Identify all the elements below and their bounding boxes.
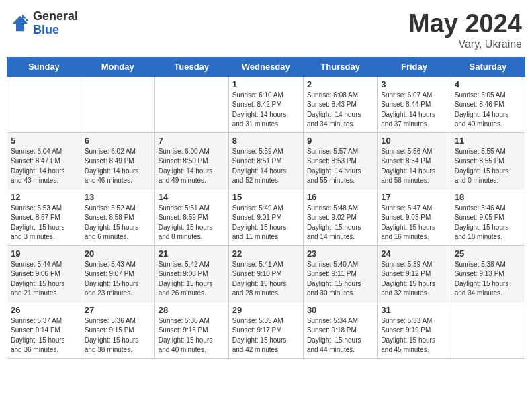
header-sunday: Sunday: [7, 57, 81, 76]
day-number: 1: [232, 79, 300, 89]
week-row-2: 5Sunrise: 6:04 AM Sunset: 8:47 PM Daylig…: [7, 132, 525, 189]
day-number: 28: [159, 305, 225, 315]
day-info: Sunrise: 6:02 AM Sunset: 8:49 PM Dayligh…: [85, 147, 151, 186]
header-wednesday: Wednesday: [228, 57, 303, 76]
day-number: 21: [159, 248, 225, 259]
day-info: Sunrise: 6:05 AM Sunset: 8:46 PM Dayligh…: [455, 91, 521, 130]
day-info: Sunrise: 5:38 AM Sunset: 9:13 PM Dayligh…: [455, 260, 521, 299]
week-row-5: 26Sunrise: 5:37 AM Sunset: 9:14 PM Dayli…: [7, 302, 525, 358]
day-info: Sunrise: 5:56 AM Sunset: 8:54 PM Dayligh…: [381, 147, 447, 186]
calendar-cell: 22Sunrise: 5:41 AM Sunset: 9:10 PM Dayli…: [228, 245, 303, 302]
day-number: 22: [232, 248, 300, 259]
day-number: 4: [455, 79, 521, 89]
day-number: 26: [11, 305, 77, 315]
day-info: Sunrise: 6:07 AM Sunset: 8:44 PM Dayligh…: [381, 91, 447, 130]
calendar-cell: 4Sunrise: 6:05 AM Sunset: 8:46 PM Daylig…: [451, 76, 525, 132]
day-number: 19: [11, 248, 77, 259]
calendar-cell: 2Sunrise: 6:08 AM Sunset: 8:43 PM Daylig…: [303, 76, 377, 132]
month-title: May 2024: [408, 10, 522, 38]
day-number: 18: [455, 192, 521, 202]
day-number: 9: [307, 136, 373, 146]
logo-icon: [10, 13, 30, 34]
header-monday: Monday: [81, 57, 154, 76]
calendar-cell: 12Sunrise: 5:53 AM Sunset: 8:57 PM Dayli…: [7, 189, 81, 245]
calendar-cell: 23Sunrise: 5:40 AM Sunset: 9:11 PM Dayli…: [303, 245, 377, 302]
day-number: 25: [455, 248, 521, 259]
day-number: 10: [381, 136, 447, 146]
day-info: Sunrise: 5:42 AM Sunset: 9:08 PM Dayligh…: [159, 260, 225, 299]
day-info: Sunrise: 5:46 AM Sunset: 9:05 PM Dayligh…: [455, 203, 521, 242]
day-info: Sunrise: 5:40 AM Sunset: 9:11 PM Dayligh…: [307, 260, 373, 299]
calendar-cell: 6Sunrise: 6:02 AM Sunset: 8:49 PM Daylig…: [81, 132, 154, 189]
calendar-cell: 11Sunrise: 5:55 AM Sunset: 8:55 PM Dayli…: [451, 132, 525, 189]
day-info: Sunrise: 5:41 AM Sunset: 9:10 PM Dayligh…: [232, 260, 300, 299]
calendar-cell: [154, 76, 228, 132]
day-number: 29: [232, 305, 300, 315]
calendar-cell: 27Sunrise: 5:36 AM Sunset: 9:15 PM Dayli…: [81, 302, 154, 358]
day-info: Sunrise: 5:34 AM Sunset: 9:18 PM Dayligh…: [307, 316, 373, 355]
day-info: Sunrise: 5:36 AM Sunset: 9:16 PM Dayligh…: [159, 316, 225, 355]
day-number: 14: [159, 192, 225, 202]
calendar-cell: 14Sunrise: 5:51 AM Sunset: 8:59 PM Dayli…: [154, 189, 228, 245]
day-info: Sunrise: 6:00 AM Sunset: 8:50 PM Dayligh…: [159, 147, 225, 186]
calendar-cell: [7, 76, 81, 132]
day-info: Sunrise: 5:57 AM Sunset: 8:53 PM Dayligh…: [307, 147, 373, 186]
day-info: Sunrise: 5:47 AM Sunset: 9:03 PM Dayligh…: [381, 203, 447, 242]
day-info: Sunrise: 5:49 AM Sunset: 9:01 PM Dayligh…: [232, 203, 300, 242]
calendar-cell: 9Sunrise: 5:57 AM Sunset: 8:53 PM Daylig…: [303, 132, 377, 189]
calendar-cell: 3Sunrise: 6:07 AM Sunset: 8:44 PM Daylig…: [378, 76, 451, 132]
week-row-3: 12Sunrise: 5:53 AM Sunset: 8:57 PM Dayli…: [7, 189, 525, 245]
day-number: 5: [11, 136, 77, 146]
calendar-cell: 30Sunrise: 5:34 AM Sunset: 9:18 PM Dayli…: [303, 302, 377, 358]
calendar-cell: 15Sunrise: 5:49 AM Sunset: 9:01 PM Dayli…: [228, 189, 303, 245]
day-number: 24: [381, 248, 447, 259]
calendar-cell: 13Sunrise: 5:52 AM Sunset: 8:58 PM Dayli…: [81, 189, 154, 245]
calendar-cell: 10Sunrise: 5:56 AM Sunset: 8:54 PM Dayli…: [378, 132, 451, 189]
calendar-cell: 18Sunrise: 5:46 AM Sunset: 9:05 PM Dayli…: [451, 189, 525, 245]
calendar-cell: 25Sunrise: 5:38 AM Sunset: 9:13 PM Dayli…: [451, 245, 525, 302]
day-number: 7: [159, 136, 225, 146]
day-info: Sunrise: 5:52 AM Sunset: 8:58 PM Dayligh…: [85, 203, 151, 242]
day-number: 17: [381, 192, 447, 202]
logo: General Blue: [10, 10, 78, 37]
calendar-cell: 21Sunrise: 5:42 AM Sunset: 9:08 PM Dayli…: [154, 245, 228, 302]
calendar-cell: 20Sunrise: 5:43 AM Sunset: 9:07 PM Dayli…: [81, 245, 154, 302]
day-number: 20: [85, 248, 151, 259]
day-info: Sunrise: 5:51 AM Sunset: 8:59 PM Dayligh…: [159, 203, 225, 242]
calendar-cell: 1Sunrise: 6:10 AM Sunset: 8:42 PM Daylig…: [228, 76, 303, 132]
day-info: Sunrise: 5:55 AM Sunset: 8:55 PM Dayligh…: [455, 147, 521, 186]
calendar-cell: 8Sunrise: 5:59 AM Sunset: 8:51 PM Daylig…: [228, 132, 303, 189]
day-number: 3: [381, 79, 447, 89]
calendar-table: SundayMondayTuesdayWednesdayThursdayFrid…: [7, 57, 525, 359]
day-info: Sunrise: 5:37 AM Sunset: 9:14 PM Dayligh…: [11, 316, 77, 355]
header-saturday: Saturday: [451, 57, 525, 76]
day-number: 12: [11, 192, 77, 202]
calendar-cell: 26Sunrise: 5:37 AM Sunset: 9:14 PM Dayli…: [7, 302, 81, 358]
day-number: 31: [381, 305, 447, 315]
day-number: 11: [455, 136, 521, 146]
day-info: Sunrise: 6:08 AM Sunset: 8:43 PM Dayligh…: [307, 91, 373, 130]
day-number: 23: [307, 248, 373, 259]
day-number: 6: [85, 136, 151, 146]
day-info: Sunrise: 5:43 AM Sunset: 9:07 PM Dayligh…: [85, 260, 151, 299]
calendar-cell: 24Sunrise: 5:39 AM Sunset: 9:12 PM Dayli…: [378, 245, 451, 302]
day-number: 30: [307, 305, 373, 315]
calendar-cell: [451, 302, 525, 358]
calendar-cell: 19Sunrise: 5:44 AM Sunset: 9:06 PM Dayli…: [7, 245, 81, 302]
week-row-4: 19Sunrise: 5:44 AM Sunset: 9:06 PM Dayli…: [7, 245, 525, 302]
header-friday: Friday: [378, 57, 451, 76]
calendar-cell: 16Sunrise: 5:48 AM Sunset: 9:02 PM Dayli…: [303, 189, 377, 245]
day-info: Sunrise: 5:33 AM Sunset: 9:19 PM Dayligh…: [381, 316, 447, 355]
calendar-cell: 31Sunrise: 5:33 AM Sunset: 9:19 PM Dayli…: [378, 302, 451, 358]
day-info: Sunrise: 6:04 AM Sunset: 8:47 PM Dayligh…: [11, 147, 77, 186]
header-thursday: Thursday: [303, 57, 377, 76]
day-info: Sunrise: 5:48 AM Sunset: 9:02 PM Dayligh…: [307, 203, 373, 242]
day-number: 27: [85, 305, 151, 315]
day-number: 15: [232, 192, 300, 202]
title-block: May 2024 Vary, Ukraine: [408, 10, 522, 50]
page-header: General Blue May 2024 Vary, Ukraine: [7, 7, 525, 50]
calendar-cell: 28Sunrise: 5:36 AM Sunset: 9:16 PM Dayli…: [154, 302, 228, 358]
day-info: Sunrise: 6:10 AM Sunset: 8:42 PM Dayligh…: [232, 91, 300, 130]
day-number: 8: [232, 136, 300, 146]
day-number: 2: [307, 79, 373, 89]
